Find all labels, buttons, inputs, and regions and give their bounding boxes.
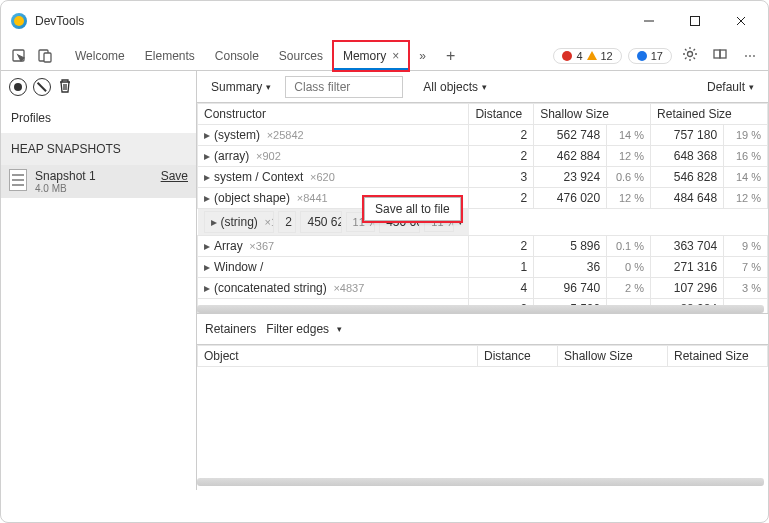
titlebar: DevTools bbox=[1, 1, 768, 41]
col-constructor[interactable]: Constructor bbox=[198, 104, 469, 125]
col-retained[interactable]: Retained Size bbox=[651, 104, 768, 125]
tab-elements[interactable]: Elements bbox=[135, 41, 205, 71]
svg-rect-3 bbox=[44, 53, 51, 62]
col-shallow[interactable]: Shallow Size bbox=[534, 104, 651, 125]
table-row[interactable]: ▸(system) ×258422562 74814 %757 18019 % bbox=[198, 125, 768, 146]
table-row[interactable]: ▸(concatenated string) ×4837496 7402 %10… bbox=[198, 278, 768, 299]
info-dot-icon bbox=[637, 51, 647, 61]
default-select[interactable]: Default bbox=[701, 78, 760, 96]
sidebar: Profiles HEAP SNAPSHOTS Snapshot 1 4.0 M… bbox=[1, 71, 197, 490]
snapshot-size: 4.0 MB bbox=[35, 183, 96, 194]
inspect-element-icon[interactable] bbox=[7, 44, 31, 68]
more-tabs-icon[interactable]: » bbox=[409, 41, 436, 71]
close-button[interactable] bbox=[718, 5, 764, 37]
expand-icon[interactable]: ▸ bbox=[204, 260, 210, 274]
snapshot-name: Snapshot 1 bbox=[35, 169, 96, 183]
class-filter-input[interactable] bbox=[285, 76, 403, 98]
retainers-label: Retainers bbox=[205, 322, 256, 336]
tab-welcome[interactable]: Welcome bbox=[65, 41, 135, 71]
warning-triangle-icon bbox=[587, 51, 597, 60]
table-row[interactable]: ▸(object shape) ×84412476 02012 %484 648… bbox=[198, 188, 768, 209]
table-row[interactable]: ▸e ×10125 5200.1 %88 2842 % bbox=[198, 299, 768, 314]
expand-icon[interactable]: ▸ bbox=[204, 191, 210, 205]
maximize-button[interactable] bbox=[672, 5, 718, 37]
more-options-icon[interactable]: ⋯ bbox=[738, 49, 762, 63]
profiles-heading: Profiles bbox=[1, 103, 196, 134]
expand-icon[interactable]: ▸ bbox=[204, 128, 210, 142]
col-distance[interactable]: Distance bbox=[469, 104, 534, 125]
device-toolbar-icon[interactable] bbox=[33, 44, 57, 68]
dock-side-icon[interactable] bbox=[708, 46, 732, 65]
ret-col-shallow[interactable]: Shallow Size bbox=[558, 346, 668, 367]
expand-icon[interactable]: ▸ bbox=[204, 149, 210, 163]
close-icon[interactable]: × bbox=[392, 49, 399, 63]
error-dot-icon bbox=[562, 51, 572, 61]
add-tab-icon[interactable]: + bbox=[436, 41, 465, 71]
trash-icon[interactable] bbox=[57, 78, 73, 97]
settings-icon[interactable] bbox=[678, 46, 702, 65]
table-row[interactable]: ▸Array ×36725 8960.1 %363 7049 % bbox=[198, 236, 768, 257]
heap-filter-bar: Summary All objects Default bbox=[197, 71, 768, 103]
constructors-table: Constructor Distance Shallow Size Retain… bbox=[197, 103, 768, 313]
tab-sources[interactable]: Sources bbox=[269, 41, 333, 71]
minimize-button[interactable] bbox=[626, 5, 672, 37]
heap-snapshots-heading: HEAP SNAPSHOTS bbox=[1, 134, 196, 165]
window-title: DevTools bbox=[35, 14, 84, 28]
svg-point-4 bbox=[688, 52, 693, 57]
ret-col-distance[interactable]: Distance bbox=[478, 346, 558, 367]
app-logo-icon bbox=[11, 13, 27, 29]
info-pill[interactable]: 17 bbox=[628, 48, 672, 64]
snapshot-icon bbox=[9, 169, 27, 191]
clear-icon[interactable] bbox=[33, 78, 51, 96]
all-objects-select[interactable]: All objects bbox=[417, 78, 493, 96]
errors-warnings-pill[interactable]: 412 bbox=[553, 48, 621, 64]
svg-rect-6 bbox=[720, 50, 726, 58]
expand-icon[interactable]: ▸ bbox=[211, 215, 217, 229]
expand-icon[interactable]: ▸ bbox=[204, 302, 210, 313]
svg-rect-5 bbox=[714, 50, 720, 58]
table-row[interactable]: ▸(array) ×9022462 88412 %648 36816 % bbox=[198, 146, 768, 167]
tab-memory[interactable]: Memory× bbox=[333, 41, 409, 71]
retainers-header: Retainers Filter edges bbox=[197, 313, 768, 345]
context-menu-save-all[interactable]: Save all to file bbox=[364, 197, 461, 221]
table-row[interactable]: ▸Window / 1360 %271 3167 % bbox=[198, 257, 768, 278]
ret-col-retained[interactable]: Retained Size bbox=[668, 346, 768, 367]
panel-tabs: Welcome Elements Console Sources Memory×… bbox=[65, 41, 465, 71]
retainers-table: Object Distance Shallow Size Retained Si… bbox=[197, 345, 768, 367]
snapshot-save-link[interactable]: Save bbox=[161, 169, 188, 183]
ret-col-object[interactable]: Object bbox=[198, 346, 478, 367]
record-icon[interactable] bbox=[9, 78, 27, 96]
main-toolbar: Welcome Elements Console Sources Memory×… bbox=[1, 41, 768, 71]
expand-icon[interactable]: ▸ bbox=[204, 239, 210, 253]
expand-icon[interactable]: ▸ bbox=[204, 170, 210, 184]
tab-console[interactable]: Console bbox=[205, 41, 269, 71]
summary-select[interactable]: Summary bbox=[205, 78, 277, 96]
filter-edges-select[interactable]: Filter edges bbox=[266, 322, 342, 336]
svg-rect-0 bbox=[691, 17, 700, 26]
snapshot-item[interactable]: Snapshot 1 4.0 MB Save bbox=[1, 165, 196, 198]
expand-icon[interactable]: ▸ bbox=[204, 281, 210, 295]
table-row[interactable]: ▸system / Context ×620323 9240.6 %546 82… bbox=[198, 167, 768, 188]
